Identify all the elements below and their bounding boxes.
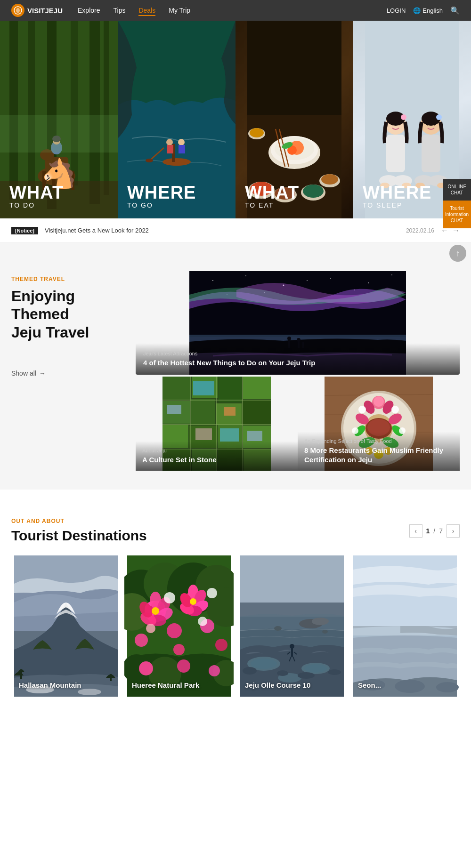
nav-deals[interactable]: Deals bbox=[138, 6, 155, 15]
logo[interactable]: VISITJEJU bbox=[11, 4, 63, 17]
svg-point-180 bbox=[135, 634, 148, 647]
svg-point-75 bbox=[368, 282, 369, 283]
svg-point-195 bbox=[209, 665, 220, 676]
themed-left: THEMED TRAVEL Enjoying Themed Jeju Trave… bbox=[11, 271, 124, 377]
side-buttons: ONL INF CHAT Tourist Information CHAT bbox=[443, 179, 471, 228]
dest-card-olle[interactable]: Jeju Olle Course 10 bbox=[237, 555, 347, 697]
next-page-button[interactable]: › bbox=[447, 524, 460, 538]
svg-rect-112 bbox=[195, 428, 212, 440]
svg-point-225 bbox=[395, 680, 425, 693]
svg-rect-114 bbox=[247, 431, 262, 441]
sub-card-culture[interactable]: About Jeju A Culture Set in Stone bbox=[136, 377, 298, 471]
svg-point-226 bbox=[436, 682, 459, 692]
svg-point-207 bbox=[243, 667, 257, 675]
sub-card-0-tag: About Jeju bbox=[142, 448, 291, 453]
svg-point-185 bbox=[164, 592, 175, 603]
prev-page-button[interactable]: ‹ bbox=[409, 524, 422, 538]
svg-point-150 bbox=[78, 689, 101, 695]
hero-grid: WHAT TO DO bbox=[0, 21, 471, 218]
svg-point-86 bbox=[297, 338, 300, 342]
tourist-title: Tourist Destinations bbox=[11, 527, 147, 544]
svg-point-188 bbox=[146, 624, 155, 633]
sub-card-1-tag: An Expanding Selection of Tasty Food bbox=[304, 438, 453, 444]
themed-right: Jeju's Latest Attractions 4 of the Hotte… bbox=[136, 271, 460, 471]
tourist-info-chat-button[interactable]: Tourist Information CHAT bbox=[443, 201, 471, 228]
nav-tips[interactable]: Tips bbox=[114, 6, 126, 15]
svg-point-186 bbox=[198, 617, 207, 626]
svg-point-183 bbox=[215, 639, 227, 651]
login-link[interactable]: LOGIN bbox=[387, 7, 406, 14]
svg-rect-91 bbox=[219, 377, 242, 402]
svg-rect-6 bbox=[71, 21, 78, 185]
svg-point-71 bbox=[212, 280, 213, 281]
svg-point-74 bbox=[330, 278, 331, 279]
sub-cards: About Jeju A Culture Set in Stone bbox=[136, 377, 460, 471]
svg-point-170 bbox=[152, 607, 159, 615]
scroll-top-button[interactable]: ↑ bbox=[449, 245, 466, 262]
svg-rect-151 bbox=[20, 672, 22, 679]
tourist-tag: OUT AND ABOUT bbox=[11, 518, 147, 524]
dest-card-hueree[interactable]: Hueree Natural Park bbox=[124, 555, 234, 697]
notice-text: Visitjeju.net Gets a New Look for 2022 bbox=[45, 227, 399, 234]
language-selector[interactable]: 🌐 English bbox=[413, 7, 443, 14]
svg-point-26 bbox=[166, 139, 173, 145]
hero-what-to-do[interactable]: WHAT TO DO bbox=[0, 21, 118, 218]
nav-explore[interactable]: Explore bbox=[78, 6, 100, 15]
svg-point-194 bbox=[177, 659, 190, 673]
featured-card[interactable]: Jeju's Latest Attractions 4 of the Hotte… bbox=[136, 271, 460, 375]
dest-card-4th[interactable]: Seon... bbox=[350, 555, 460, 697]
sub-card-1-title: 8 More Restaurants Gain Muslim Friendly … bbox=[304, 446, 453, 464]
svg-point-44 bbox=[321, 174, 338, 185]
svg-rect-65 bbox=[422, 135, 440, 172]
svg-point-208 bbox=[277, 670, 288, 676]
svg-point-51 bbox=[250, 128, 264, 137]
current-page: 1 bbox=[426, 527, 430, 535]
arrow-right-icon: → bbox=[39, 370, 46, 377]
pagination: ‹ 1 / 7 › bbox=[409, 524, 460, 538]
svg-rect-89 bbox=[162, 377, 191, 400]
nav-right: LOGIN 🌐 English 🔍 bbox=[387, 6, 460, 15]
search-icon[interactable]: 🔍 bbox=[450, 6, 460, 15]
svg-rect-7 bbox=[89, 21, 100, 204]
svg-rect-57 bbox=[386, 135, 405, 172]
nav-mytrip[interactable]: My Trip bbox=[169, 6, 190, 15]
featured-card-title: 4 of the Hottest New Things to Do on You… bbox=[143, 358, 452, 368]
svg-point-79 bbox=[307, 280, 308, 281]
svg-rect-8 bbox=[104, 21, 109, 195]
svg-rect-92 bbox=[243, 377, 271, 399]
dest-hallasan-label: Hallasan Mountain bbox=[19, 681, 81, 689]
hero-what-to-eat[interactable]: WHAT TO EAT bbox=[236, 21, 353, 218]
nav-links: Explore Tips Deals My Trip bbox=[78, 6, 372, 15]
dest-olle-label: Jeju Olle Course 10 bbox=[245, 681, 310, 689]
svg-rect-3 bbox=[9, 21, 18, 200]
hero-where-to-go[interactable]: WHERE TO GO bbox=[118, 21, 236, 218]
section-header-left: OUT AND ABOUT Tourist Destinations bbox=[11, 518, 147, 544]
dest-hueree-label: Hueree Natural Park bbox=[132, 681, 199, 689]
svg-point-42 bbox=[303, 185, 324, 198]
svg-rect-11 bbox=[45, 157, 68, 181]
sub-card-restaurants[interactable]: An Expanding Selection of Tasty Food 8 M… bbox=[298, 377, 460, 471]
dest-card-hallasan[interactable]: Hallasan Mountain bbox=[11, 555, 121, 697]
svg-point-218 bbox=[322, 630, 328, 634]
svg-point-184 bbox=[173, 644, 185, 655]
notice-tag: [Notice] bbox=[11, 227, 38, 234]
themed-tag: THEMED TRAVEL bbox=[11, 276, 124, 282]
svg-point-129 bbox=[374, 396, 384, 407]
svg-point-201 bbox=[312, 618, 329, 625]
svg-rect-96 bbox=[243, 400, 271, 425]
dest-4th-label: Seon... bbox=[358, 681, 381, 689]
svg-point-27 bbox=[178, 139, 185, 145]
show-all-button[interactable]: Show all → bbox=[11, 370, 124, 377]
svg-point-76 bbox=[391, 274, 392, 275]
online-info-chat-button[interactable]: ONL INF CHAT bbox=[443, 179, 471, 201]
svg-point-84 bbox=[287, 337, 291, 340]
svg-rect-152 bbox=[110, 674, 112, 681]
sub-card-0-title: A Culture Set in Stone bbox=[142, 455, 291, 465]
destination-grid: Hallasan Mountain bbox=[11, 555, 460, 697]
svg-point-210 bbox=[328, 669, 341, 675]
logo-icon bbox=[11, 4, 24, 17]
svg-rect-4 bbox=[28, 21, 35, 190]
svg-rect-29 bbox=[179, 145, 185, 153]
svg-point-181 bbox=[167, 623, 182, 638]
section-header: OUT AND ABOUT Tourist Destinations ‹ 1 /… bbox=[11, 518, 460, 544]
